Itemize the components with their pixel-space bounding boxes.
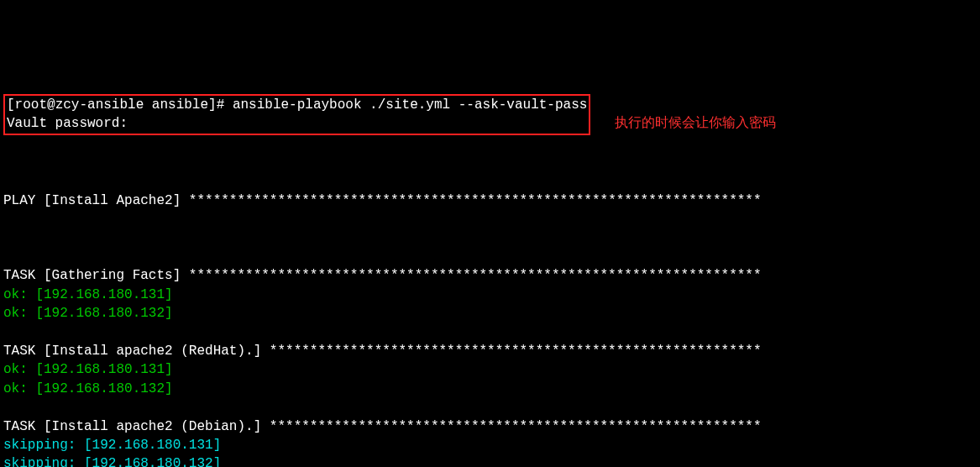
asterisk-fill-play: ****************************************… [189,193,762,208]
task-header: TASK [Install apache2 (Debian).] *******… [3,417,977,436]
task-header: TASK [Gathering Facts] *****************… [3,266,977,285]
prompt-user: root [15,97,47,113]
task-result-line: ok: [192.168.180.131] [3,360,977,379]
task-header: TASK [Install apache2 (RedHat).] *******… [3,342,977,360]
command-text: ansible-playbook ./site.yml --ask-vault-… [233,97,587,113]
prompt-host: zcy-ansible [55,97,144,113]
task-result-line: ok: [192.168.180.131] [3,286,977,304]
annotation-text: 执行的时候会让你输入密码 [615,115,776,129]
vault-password-prompt: Vault password: [7,116,128,131]
task-result-line: ok: [192.168.180.132] [3,380,977,398]
task-result-line: ok: [192.168.180.132] [3,304,977,323]
prompt-dir: ansible [152,97,208,113]
terminal-output: [root@zcy-ansible ansible]# ansible-play… [0,76,980,467]
task-result-line: skipping: [192.168.180.132] [3,454,977,467]
task-result-line: skipping: [192.168.180.131] [3,436,977,454]
highlighted-command-box: [root@zcy-ansible ansible]# ansible-play… [3,94,590,135]
play-header: PLAY [Install Apache2] *****************… [3,193,762,208]
